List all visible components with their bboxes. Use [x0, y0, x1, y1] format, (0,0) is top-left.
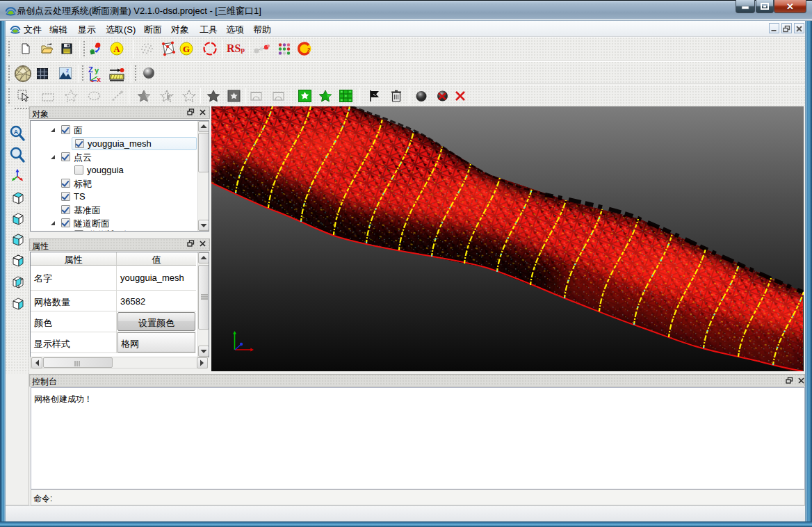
svg-text:A: A: [14, 129, 19, 136]
svg-text:x: x: [97, 75, 102, 82]
svg-text:y: y: [95, 66, 99, 74]
svg-text:G: G: [183, 44, 190, 54]
svg-text:2: 2: [307, 47, 311, 53]
svg-text:A: A: [113, 44, 120, 54]
svg-text:2: 2: [66, 68, 69, 73]
svg-text:Z: Z: [88, 66, 93, 74]
